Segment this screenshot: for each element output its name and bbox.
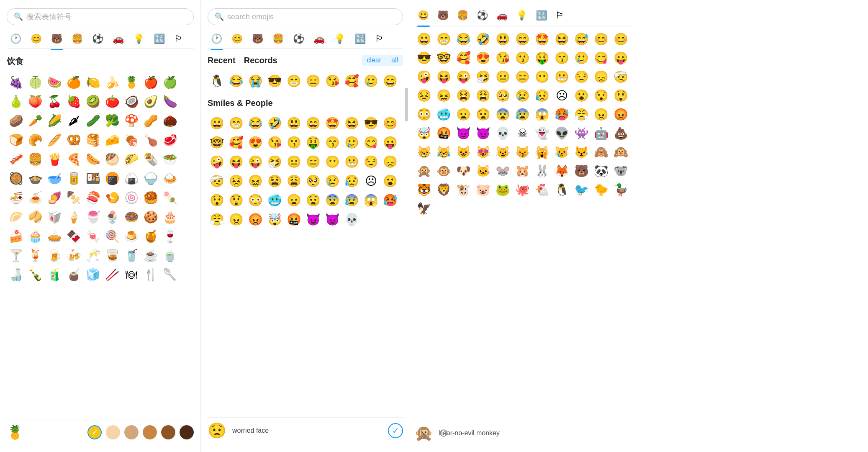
left-emoji-cell[interactable]: 🍑 [26,92,44,110]
right-emoji-cell[interactable]: 🤪 [414,67,434,86]
mid-cat-tab-2[interactable]: 🐻 [249,31,267,47]
smiles-emoji-cell[interactable]: 😂 [246,114,265,132]
skin-tone-1[interactable] [106,425,120,439]
right-emoji-cell[interactable]: 😱 [532,105,552,123]
right-emoji-cell[interactable]: 😞 [591,67,611,86]
right-emoji-cell[interactable]: 😜 [454,67,473,86]
right-emoji-cell[interactable]: 😧 [473,105,493,123]
left-emoji-cell[interactable]: 🍧 [84,208,102,226]
right-emoji-cell[interactable]: 😨 [493,105,512,123]
right-emoji-cell[interactable]: 🥲 [572,49,591,67]
left-emoji-cell[interactable]: 🍶 [7,265,25,284]
right-emoji-cell[interactable]: 😢 [513,86,532,105]
skin-tone-5[interactable] [180,425,194,439]
left-emoji-cell[interactable]: 🍄 [122,111,141,130]
right-emoji-cell[interactable]: 😻 [473,143,493,161]
right-emoji-cell[interactable]: 😅 [572,30,591,48]
left-emoji-cell[interactable]: 🥞 [84,131,102,149]
smiles-emoji-cell[interactable]: 😁 [227,114,245,132]
right-emoji-cell[interactable]: 🐻 [572,162,591,180]
smiles-emoji-cell[interactable]: 💀 [342,210,361,229]
smiles-emoji-cell[interactable]: 😨 [323,191,342,209]
right-emoji-cell[interactable]: 😊 [591,30,611,48]
left-emoji-cell[interactable]: 🍤 [103,188,121,207]
smiles-emoji-cell[interactable]: 😤 [208,210,226,229]
left-emoji-cell[interactable]: 🍈 [26,73,44,91]
right-emoji-cell[interactable]: 🦅 [414,199,434,218]
right-emoji-cell[interactable]: 😄 [513,30,532,48]
right-emoji-cell[interactable]: 😎 [414,49,434,67]
right-emoji-cell[interactable]: 😺 [454,143,473,161]
left-emoji-cell[interactable]: 🍉 [45,73,64,91]
left-emoji-cell[interactable]: 🥨 [64,131,83,149]
smiles-emoji-cell[interactable]: 😬 [342,152,361,171]
left-emoji-cell[interactable]: 🍴 [141,265,160,284]
right-emoji-cell[interactable]: 😀 [414,30,434,48]
smiles-emoji-cell[interactable]: 🤯 [265,210,284,229]
right-emoji-cell[interactable]: 😰 [513,105,532,123]
right-emoji-cell[interactable]: ☠ [513,124,532,142]
scrollbar[interactable] [405,88,408,121]
right-emoji-cell[interactable]: 🙊 [414,162,434,180]
left-emoji-cell[interactable]: 🥒 [84,111,102,130]
right-emoji-cell[interactable]: 😈 [454,124,473,142]
left-emoji-cell[interactable]: 🍗 [141,131,160,149]
left-emoji-cell[interactable]: 🍇 [7,73,25,91]
left-emoji-cell[interactable]: 🍠 [45,188,64,207]
right-emoji-cell[interactable]: ☹ [552,86,571,105]
left-cat-tab-7[interactable]: 🔣 [150,31,168,47]
skin-tone-0[interactable]: ✓ [87,425,102,439]
right-emoji-cell[interactable]: 🐧 [552,180,571,199]
smiles-emoji-cell[interactable]: 😯 [208,191,226,209]
smiles-emoji-cell[interactable]: 😠 [227,210,245,229]
left-emoji-cell[interactable]: 🍖 [122,131,141,149]
right-emoji-cell[interactable]: 😮 [572,86,591,105]
left-emoji-cell[interactable]: 🍐 [7,92,25,110]
smiles-emoji-cell[interactable]: 😐 [285,152,303,171]
clear-button[interactable]: clear [362,55,386,66]
left-cat-tab-0[interactable]: 🕐 [7,31,25,47]
left-emoji-cell[interactable]: 🥢 [103,265,121,284]
right-emoji-cell[interactable]: 😼 [493,143,512,161]
right-cat-tab-0[interactable]: 😀 [414,8,432,23]
right-emoji-cell[interactable]: 😗 [513,49,532,67]
left-emoji-cell[interactable]: 🍯 [141,227,160,245]
left-emoji-cell[interactable]: 🌯 [141,150,160,168]
right-emoji-cell[interactable]: 😐 [493,67,512,86]
smiles-emoji-cell[interactable]: 😡 [246,210,265,229]
recent-emoji-cell[interactable]: 😄 [381,72,399,90]
left-emoji-cell[interactable]: 🥤 [122,246,141,265]
smiles-emoji-cell[interactable]: 😙 [323,133,342,152]
smiles-emoji-cell[interactable]: 😃 [285,114,303,132]
right-emoji-cell[interactable]: 💩 [611,124,630,142]
left-emoji-cell[interactable]: 🍌 [103,73,121,91]
smiles-emoji-cell[interactable]: 🤬 [285,210,303,229]
right-emoji-cell[interactable]: 🥵 [552,105,571,123]
left-emoji-cell[interactable]: 🍲 [26,169,44,187]
middle-search-bar[interactable]: 🔍 [208,8,403,25]
left-search-bar[interactable]: 🔍 [7,8,194,25]
left-emoji-cell[interactable]: 🥝 [84,92,102,110]
right-emoji-cell[interactable]: 🐷 [473,180,493,199]
left-emoji-cell[interactable]: 🌶 [64,111,83,130]
right-emoji-cell[interactable]: 😃 [493,30,512,48]
smiles-emoji-cell[interactable]: 😘 [265,133,284,152]
left-emoji-cell[interactable]: 🍪 [141,208,160,226]
right-emoji-cell[interactable]: 🐶 [454,162,473,180]
left-emoji-cell[interactable]: 🥜 [141,111,160,130]
left-emoji-cell[interactable]: 🍺 [45,246,64,265]
left-emoji-cell[interactable]: ☕ [141,246,160,265]
right-emoji-cell[interactable]: 🐤 [591,180,611,199]
left-emoji-cell[interactable]: 🥘 [7,169,25,187]
right-emoji-cell[interactable]: 👻 [532,124,552,142]
left-emoji-cell[interactable]: 🧊 [84,265,102,284]
right-cat-tab-6[interactable]: 🔣 [532,8,550,23]
right-emoji-cell[interactable]: 😒 [572,67,591,86]
right-emoji-cell[interactable]: 😶 [532,67,552,86]
left-emoji-cell[interactable]: 🧀 [103,131,121,149]
right-emoji-cell[interactable]: 😣 [414,86,434,105]
right-emoji-cell[interactable]: 😂 [454,30,473,48]
right-emoji-cell[interactable]: 🥰 [454,49,473,67]
right-emoji-cell[interactable]: 🤧 [473,67,493,86]
right-emoji-cell[interactable]: 😿 [552,143,571,161]
